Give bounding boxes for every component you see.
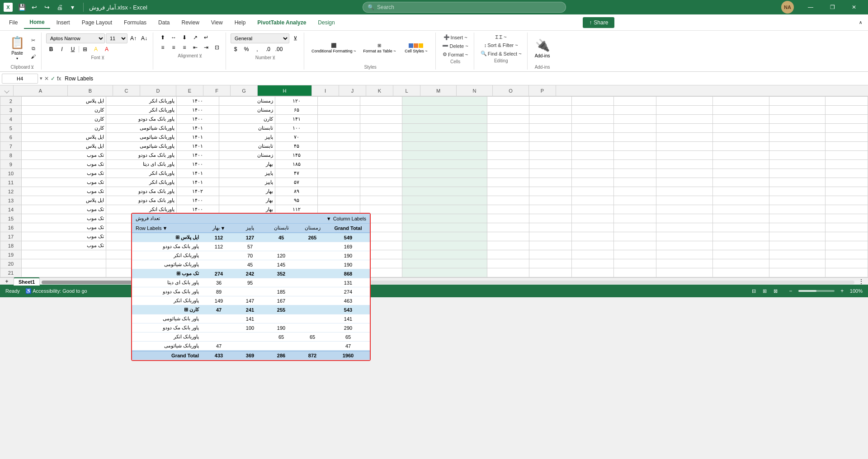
cell[interactable] bbox=[656, 151, 712, 160]
cell[interactable] bbox=[571, 187, 614, 196]
page-break-view-button[interactable]: ⊠ bbox=[771, 286, 780, 295]
cell[interactable] bbox=[571, 250, 614, 259]
cell[interactable] bbox=[402, 151, 487, 160]
cell[interactable] bbox=[529, 160, 572, 169]
cell[interactable] bbox=[571, 205, 614, 214]
cell[interactable]: پاور بانک مک دودو bbox=[106, 196, 177, 205]
cell[interactable] bbox=[360, 115, 402, 124]
cell[interactable] bbox=[712, 151, 769, 160]
cell[interactable] bbox=[769, 223, 826, 232]
cell[interactable]: تک موب bbox=[21, 187, 106, 196]
bold-button[interactable]: B bbox=[46, 45, 56, 53]
cell[interactable] bbox=[614, 160, 656, 169]
align-center-button[interactable]: ≡ bbox=[169, 43, 179, 52]
cell[interactable] bbox=[614, 232, 656, 241]
cell[interactable] bbox=[529, 187, 572, 196]
cell[interactable] bbox=[529, 97, 572, 106]
increase-indent-button[interactable]: ⇥ bbox=[201, 43, 211, 52]
cell[interactable] bbox=[769, 232, 826, 241]
cell-reference-box[interactable] bbox=[2, 74, 38, 84]
tab-insert[interactable]: Insert bbox=[51, 17, 75, 28]
cell[interactable] bbox=[826, 160, 868, 169]
cancel-formula-icon[interactable]: ✕ bbox=[44, 75, 49, 82]
cell[interactable] bbox=[656, 250, 712, 259]
cell[interactable] bbox=[656, 232, 712, 241]
cell[interactable] bbox=[318, 196, 360, 205]
cell[interactable]: پاور بانک مک دودو bbox=[106, 151, 177, 160]
percent-button[interactable]: % bbox=[241, 45, 251, 53]
cell[interactable] bbox=[712, 259, 769, 268]
cell[interactable] bbox=[614, 106, 656, 115]
align-middle-button[interactable]: ↔ bbox=[169, 33, 179, 42]
cell[interactable] bbox=[571, 142, 614, 151]
sort-filter-button[interactable]: ↕ Sort & Filter ~ bbox=[479, 42, 524, 49]
cell[interactable] bbox=[360, 160, 402, 169]
cell[interactable]: ۱۸۵ bbox=[275, 160, 318, 169]
cell[interactable] bbox=[826, 259, 868, 268]
cell[interactable] bbox=[614, 268, 656, 277]
cell[interactable] bbox=[614, 178, 656, 187]
customize-qat-button[interactable]: ▾ bbox=[67, 2, 78, 13]
cell[interactable]: پاییز bbox=[219, 178, 275, 187]
save-button[interactable]: 💾 bbox=[16, 2, 27, 13]
cell[interactable] bbox=[487, 223, 529, 232]
cell[interactable] bbox=[826, 205, 868, 214]
bahar-filter-dropdown[interactable]: ▼ bbox=[221, 225, 226, 231]
tab-review[interactable]: Review bbox=[176, 17, 204, 28]
cell[interactable] bbox=[318, 178, 360, 187]
cell[interactable] bbox=[769, 268, 826, 277]
cell[interactable]: ۱۴۱ bbox=[275, 115, 318, 124]
font-name-select[interactable]: Aptos Narrow bbox=[46, 33, 105, 43]
cell[interactable]: ۱۴۰۰ bbox=[177, 106, 219, 115]
cell[interactable] bbox=[402, 268, 487, 277]
cell[interactable] bbox=[656, 187, 712, 196]
insert-function-icon[interactable]: fx bbox=[57, 75, 61, 82]
cell[interactable] bbox=[487, 250, 529, 259]
wrap-text-button[interactable]: ↵ bbox=[201, 33, 211, 42]
cell[interactable] bbox=[402, 169, 487, 178]
tab-view[interactable]: View bbox=[206, 17, 228, 28]
cell[interactable] bbox=[656, 214, 712, 223]
cell[interactable] bbox=[571, 214, 614, 223]
tab-file[interactable]: File bbox=[4, 17, 23, 28]
tab-page-layout[interactable]: Page Layout bbox=[76, 17, 118, 28]
cell[interactable] bbox=[826, 268, 868, 277]
cell[interactable] bbox=[656, 97, 712, 106]
cell[interactable]: تک موب bbox=[21, 151, 106, 160]
cell[interactable] bbox=[21, 259, 106, 268]
cell[interactable] bbox=[487, 241, 529, 250]
cell[interactable] bbox=[571, 223, 614, 232]
cell[interactable] bbox=[614, 187, 656, 196]
col-header-N[interactable]: N bbox=[457, 85, 493, 96]
cell[interactable] bbox=[826, 223, 868, 232]
cell[interactable]: ۴۷ bbox=[275, 169, 318, 178]
cell[interactable] bbox=[402, 178, 487, 187]
cell[interactable] bbox=[656, 160, 712, 169]
cell[interactable]: زمستان bbox=[219, 97, 275, 106]
cell[interactable] bbox=[360, 106, 402, 115]
cell[interactable] bbox=[826, 115, 868, 124]
cell[interactable] bbox=[769, 259, 826, 268]
share-button[interactable]: ↑ Share bbox=[583, 17, 614, 28]
cell[interactable] bbox=[402, 223, 487, 232]
cell[interactable] bbox=[656, 133, 712, 142]
tab-home[interactable]: Home bbox=[24, 16, 50, 29]
cell[interactable]: ۱۴۰۰ bbox=[177, 151, 219, 160]
tab-data[interactable]: Data bbox=[153, 17, 175, 28]
cell[interactable] bbox=[360, 133, 402, 142]
decrease-font-size-button[interactable]: A↓ bbox=[139, 34, 149, 42]
col-header-P[interactable]: P bbox=[529, 85, 556, 96]
cell[interactable] bbox=[571, 106, 614, 115]
cell[interactable] bbox=[712, 196, 769, 205]
cell[interactable] bbox=[769, 178, 826, 187]
cell[interactable] bbox=[769, 142, 826, 151]
cell[interactable] bbox=[571, 178, 614, 187]
col-header-L[interactable]: L bbox=[393, 85, 420, 96]
number-expand-icon[interactable]: ⊻ bbox=[290, 34, 300, 42]
cell[interactable] bbox=[769, 214, 826, 223]
cell[interactable] bbox=[826, 169, 868, 178]
cell[interactable]: بهار bbox=[219, 196, 275, 205]
collapse-ribbon-button[interactable]: ∧ bbox=[857, 19, 864, 26]
cell[interactable] bbox=[318, 97, 360, 106]
cell[interactable]: ۱۴۰۱ bbox=[177, 178, 219, 187]
